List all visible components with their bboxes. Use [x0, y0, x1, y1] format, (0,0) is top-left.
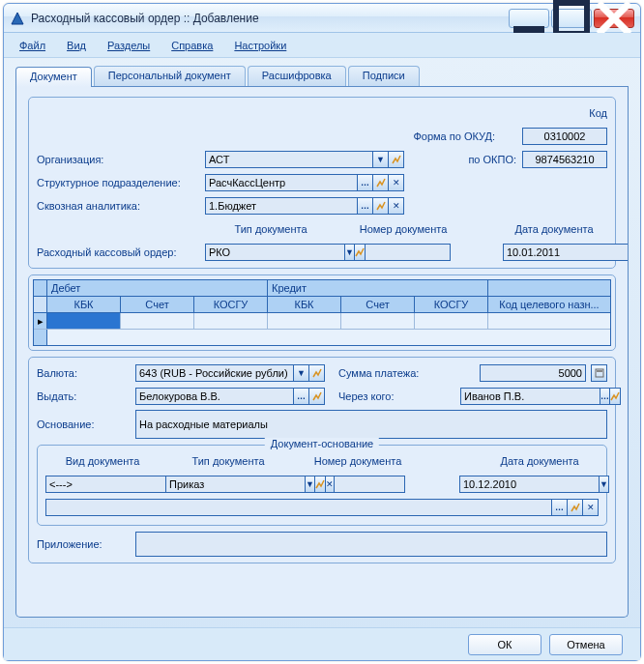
tab-document[interactable]: Документ [15, 67, 92, 87]
cell-dbt-acct[interactable] [121, 313, 194, 329]
label-basis-num: Номер документа [297, 455, 419, 467]
cancel-button[interactable]: Отмена [549, 634, 623, 655]
client-area: Документ Персональный документ Расшифров… [4, 58, 640, 627]
menubar: Файл Вид Разделы Справка Настройки [4, 33, 640, 58]
via-input[interactable] [460, 388, 600, 405]
cell-dbt-kbk[interactable] [47, 313, 121, 329]
org-dropdown-icon[interactable]: ▼ [372, 151, 389, 168]
menu-help[interactable]: Справка [171, 40, 213, 51]
basis-date-input[interactable] [459, 476, 600, 493]
basis-type-input[interactable] [165, 476, 306, 493]
analytics-combo: … ✕ [205, 197, 404, 215]
reason-input[interactable] [135, 410, 607, 439]
currency-dropdown-icon[interactable]: ▼ [293, 364, 309, 382]
analytics-lookup-icon[interactable] [372, 197, 389, 215]
cell-dbt-kosgu[interactable] [194, 313, 268, 329]
org-input[interactable] [205, 151, 373, 168]
ok-button[interactable]: ОК [468, 634, 542, 655]
basis-type-combo: ▼ ✕ [165, 476, 287, 493]
label-basis-date: Дата документа [481, 455, 599, 467]
grid-header-1: Дебет Кредит [34, 280, 610, 297]
analytics-clear-icon[interactable]: ✕ [388, 197, 404, 215]
currency-combo: ▼ [135, 364, 325, 382]
give-combo: … [135, 388, 325, 405]
label-org: Организация: [37, 154, 199, 165]
label-basis-view: Вид документа [45, 455, 160, 467]
maximize-button[interactable] [551, 9, 592, 28]
struct-dots-icon[interactable]: … [357, 174, 373, 191]
menu-file[interactable]: Файл [19, 40, 45, 51]
close-button[interactable] [594, 9, 634, 28]
grid-row[interactable]: ▸ [34, 313, 610, 330]
basis-line-clear-icon[interactable]: ✕ [582, 499, 599, 516]
analytics-input[interactable] [205, 197, 358, 215]
basis-date-dropdown-icon[interactable]: ▼ [599, 476, 609, 493]
basis-view-combo: ▼ [45, 476, 160, 493]
label-currency: Валюта: [37, 367, 130, 379]
struct-clear-icon[interactable]: ✕ [388, 174, 404, 191]
hdr-krd-kosgu: КОСГУ [415, 297, 488, 313]
org-lookup-icon[interactable] [388, 151, 404, 168]
okpo-field[interactable] [522, 151, 607, 168]
svg-rect-1 [556, 3, 587, 34]
cell-krd-kbk[interactable] [268, 313, 341, 329]
okud-field[interactable] [522, 128, 607, 145]
label-amount: Сумма платежа: [338, 367, 419, 379]
currency-input[interactable] [135, 364, 294, 382]
tab-personal[interactable]: Персональный документ [94, 66, 246, 86]
basis-type-clear-icon[interactable]: ✕ [325, 476, 335, 493]
basis-line-combo: … ✕ [45, 499, 599, 516]
grid-header-2: КБК Счет КОСГУ КБК Счет КОСГУ Код целево… [34, 297, 610, 313]
tab-decode[interactable]: Расшифровка [248, 66, 346, 86]
struct-input[interactable] [205, 174, 358, 191]
header-block: Код Форма по ОКУД: Организация: ▼ [28, 97, 616, 269]
hdr-targetcode: Код целевого назн... [488, 297, 610, 313]
amount-input[interactable] [480, 364, 586, 382]
basis-fieldset: Документ-основание Вид документа Тип док… [37, 445, 607, 526]
basis-line-input[interactable] [45, 499, 552, 516]
hdr-dbt-kosgu: КОСГУ [194, 297, 268, 313]
hdr-debet: Дебет [47, 280, 268, 297]
give-lookup-icon[interactable] [308, 388, 325, 405]
label-okud: Форма по ОКУД: [413, 130, 495, 142]
via-combo: … [460, 388, 607, 405]
label-okpo: по ОКПО: [468, 154, 516, 165]
doctype-lookup-icon[interactable] [354, 244, 366, 261]
doctype-combo: ▼ [205, 244, 321, 261]
label-orderline: Расходный кассовый ордер: [37, 246, 199, 258]
label-via: Через кого: [338, 390, 395, 402]
hdr-krd-kbk: КБК [268, 297, 341, 313]
docdate-input[interactable] [503, 244, 629, 261]
attach-input[interactable] [135, 532, 607, 557]
via-lookup-icon[interactable] [609, 388, 621, 405]
tabstrip: Документ Персональный документ Расшифров… [15, 66, 629, 87]
tab-sign[interactable]: Подписи [348, 66, 420, 86]
hdr-dbt-kbk: КБК [47, 297, 121, 313]
menu-view[interactable]: Вид [67, 40, 86, 51]
org-combo: ▼ [205, 151, 404, 168]
give-input[interactable] [135, 388, 294, 405]
basis-line-dots-icon[interactable]: … [551, 499, 568, 516]
struct-combo: … ✕ [205, 174, 404, 191]
label-docdate: Дата документа [501, 223, 607, 235]
menu-settings[interactable]: Настройки [234, 40, 286, 51]
currency-lookup-icon[interactable] [308, 364, 325, 382]
cell-targetcode[interactable] [488, 313, 610, 329]
cell-krd-acct[interactable] [341, 313, 415, 329]
doctype-input[interactable] [205, 244, 345, 261]
struct-lookup-icon[interactable] [372, 174, 389, 191]
cell-krd-kosgu[interactable] [415, 313, 488, 329]
label-code: Код [589, 107, 607, 119]
analytics-dots-icon[interactable]: … [357, 197, 373, 215]
basis-line-lookup-icon[interactable] [567, 499, 583, 516]
label-attach: Приложение: [37, 538, 130, 550]
amount-calc-icon[interactable] [591, 364, 607, 382]
document-panel: Код Форма по ОКУД: Организация: ▼ [15, 87, 629, 618]
menu-sections[interactable]: Разделы [107, 40, 150, 51]
minimize-button[interactable] [509, 9, 549, 28]
label-struct: Структурное подразделение: [37, 177, 199, 188]
give-dots-icon[interactable]: … [293, 388, 309, 405]
accounting-grid[interactable]: Дебет Кредит КБК Счет КОСГУ КБК Счет КОС… [33, 279, 611, 346]
hdr-krd-acct: Счет [341, 297, 415, 313]
titlebar: Расходный кассовый ордер :: Добавление [4, 4, 640, 33]
